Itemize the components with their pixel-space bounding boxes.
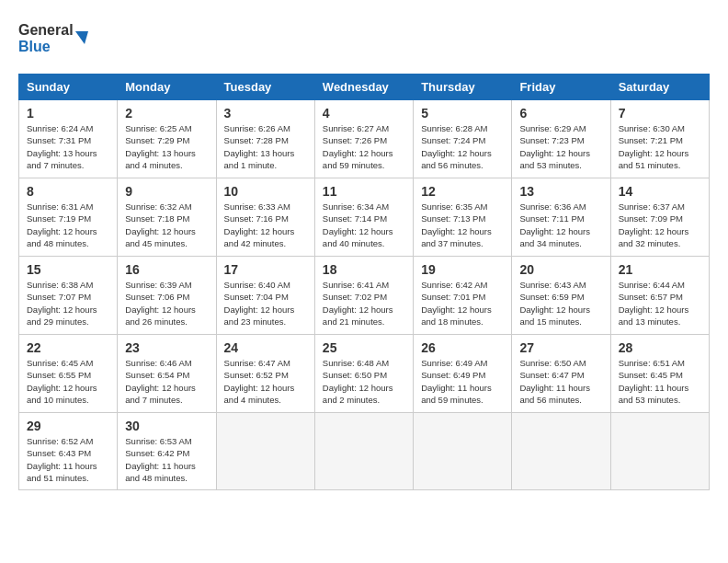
day-number: 20: [519, 262, 602, 277]
header-wednesday: Wednesday: [314, 75, 413, 100]
day-cell: 1Sunrise: 6:24 AM Sunset: 7:31 PM Daylig…: [19, 100, 118, 178]
day-number: 2: [125, 106, 208, 121]
day-cell: 26Sunrise: 6:49 AM Sunset: 6:49 PM Dayli…: [414, 335, 512, 413]
day-cell: 5Sunrise: 6:28 AM Sunset: 7:24 PM Daylig…: [414, 100, 512, 178]
day-detail: Sunrise: 6:24 AM Sunset: 7:31 PM Dayligh…: [27, 122, 109, 171]
svg-text:Blue: Blue: [18, 39, 51, 54]
week-row: 22Sunrise: 6:45 AM Sunset: 6:55 PM Dayli…: [19, 335, 710, 413]
day-cell: 21Sunrise: 6:44 AM Sunset: 6:57 PM Dayli…: [610, 257, 709, 335]
day-detail: Sunrise: 6:26 AM Sunset: 7:28 PM Dayligh…: [224, 122, 307, 171]
day-number: 5: [421, 106, 504, 121]
day-cell: 8Sunrise: 6:31 AM Sunset: 7:19 PM Daylig…: [19, 178, 118, 257]
day-detail: Sunrise: 6:51 AM Sunset: 6:45 PM Dayligh…: [619, 357, 701, 406]
day-detail: Sunrise: 6:37 AM Sunset: 7:09 PM Dayligh…: [619, 201, 701, 249]
day-detail: Sunrise: 6:35 AM Sunset: 7:13 PM Dayligh…: [421, 201, 504, 249]
day-detail: Sunrise: 6:44 AM Sunset: 6:57 PM Dayligh…: [619, 279, 701, 327]
day-detail: Sunrise: 6:36 AM Sunset: 7:11 PM Dayligh…: [519, 201, 602, 249]
header-thursday: Thursday: [414, 75, 512, 100]
day-detail: Sunrise: 6:25 AM Sunset: 7:29 PM Dayligh…: [125, 122, 208, 171]
logo: GeneralBlue: [18, 18, 92, 59]
day-detail: Sunrise: 6:30 AM Sunset: 7:21 PM Dayligh…: [619, 122, 701, 171]
day-number: 19: [421, 262, 504, 277]
day-detail: Sunrise: 6:46 AM Sunset: 6:54 PM Dayligh…: [125, 357, 208, 406]
day-number: 21: [619, 262, 701, 277]
day-detail: Sunrise: 6:34 AM Sunset: 7:14 PM Dayligh…: [323, 201, 405, 249]
day-cell: 28Sunrise: 6:51 AM Sunset: 6:45 PM Dayli…: [610, 335, 709, 413]
day-cell: 14Sunrise: 6:37 AM Sunset: 7:09 PM Dayli…: [610, 178, 709, 257]
day-cell: 10Sunrise: 6:33 AM Sunset: 7:16 PM Dayli…: [216, 178, 314, 257]
day-cell: 12Sunrise: 6:35 AM Sunset: 7:13 PM Dayli…: [414, 178, 512, 257]
day-detail: Sunrise: 6:33 AM Sunset: 7:16 PM Dayligh…: [224, 201, 307, 249]
day-detail: Sunrise: 6:38 AM Sunset: 7:07 PM Dayligh…: [27, 279, 109, 327]
day-number: 1: [27, 106, 109, 121]
header-saturday: Saturday: [610, 75, 709, 100]
header-monday: Monday: [118, 75, 216, 100]
day-number: 14: [619, 184, 701, 199]
day-cell: 13Sunrise: 6:36 AM Sunset: 7:11 PM Dayli…: [512, 178, 610, 257]
day-cell: 22Sunrise: 6:45 AM Sunset: 6:55 PM Dayli…: [19, 335, 118, 413]
header-row: SundayMondayTuesdayWednesdayThursdayFrid…: [19, 75, 710, 100]
day-number: 23: [125, 340, 208, 355]
day-detail: Sunrise: 6:27 AM Sunset: 7:26 PM Dayligh…: [323, 122, 405, 171]
day-number: 26: [421, 340, 504, 355]
empty-cell: [216, 413, 314, 490]
day-detail: Sunrise: 6:47 AM Sunset: 6:52 PM Dayligh…: [224, 357, 307, 406]
day-number: 11: [323, 184, 405, 199]
day-number: 9: [125, 184, 208, 199]
empty-cell: [610, 413, 709, 490]
day-cell: 7Sunrise: 6:30 AM Sunset: 7:21 PM Daylig…: [610, 100, 709, 178]
day-detail: Sunrise: 6:40 AM Sunset: 7:04 PM Dayligh…: [224, 279, 307, 327]
day-detail: Sunrise: 6:39 AM Sunset: 7:06 PM Dayligh…: [125, 279, 208, 327]
day-cell: 11Sunrise: 6:34 AM Sunset: 7:14 PM Dayli…: [314, 178, 413, 257]
day-detail: Sunrise: 6:52 AM Sunset: 6:43 PM Dayligh…: [27, 435, 109, 484]
day-cell: 3Sunrise: 6:26 AM Sunset: 7:28 PM Daylig…: [216, 100, 314, 178]
day-cell: 4Sunrise: 6:27 AM Sunset: 7:26 PM Daylig…: [314, 100, 413, 178]
week-row: 15Sunrise: 6:38 AM Sunset: 7:07 PM Dayli…: [19, 257, 710, 335]
day-number: 8: [27, 184, 109, 199]
day-number: 10: [224, 184, 307, 199]
day-cell: 17Sunrise: 6:40 AM Sunset: 7:04 PM Dayli…: [216, 257, 314, 335]
day-cell: 6Sunrise: 6:29 AM Sunset: 7:23 PM Daylig…: [512, 100, 610, 178]
header-sunday: Sunday: [19, 75, 118, 100]
day-number: 7: [619, 106, 701, 121]
week-row: 8Sunrise: 6:31 AM Sunset: 7:19 PM Daylig…: [19, 178, 710, 257]
day-number: 6: [519, 106, 602, 121]
day-number: 22: [27, 340, 109, 355]
svg-marker-2: [75, 31, 88, 44]
day-number: 12: [421, 184, 504, 199]
day-cell: 27Sunrise: 6:50 AM Sunset: 6:47 PM Dayli…: [512, 335, 610, 413]
week-row: 1Sunrise: 6:24 AM Sunset: 7:31 PM Daylig…: [19, 100, 710, 178]
empty-cell: [512, 413, 610, 490]
day-number: 3: [224, 106, 307, 121]
day-number: 13: [519, 184, 602, 199]
day-detail: Sunrise: 6:49 AM Sunset: 6:49 PM Dayligh…: [421, 357, 504, 406]
day-number: 28: [619, 340, 701, 355]
day-cell: 16Sunrise: 6:39 AM Sunset: 7:06 PM Dayli…: [118, 257, 216, 335]
day-detail: Sunrise: 6:32 AM Sunset: 7:18 PM Dayligh…: [125, 201, 208, 249]
day-detail: Sunrise: 6:31 AM Sunset: 7:19 PM Dayligh…: [27, 201, 109, 249]
day-detail: Sunrise: 6:45 AM Sunset: 6:55 PM Dayligh…: [27, 357, 109, 406]
day-number: 24: [224, 340, 307, 355]
day-detail: Sunrise: 6:42 AM Sunset: 7:01 PM Dayligh…: [421, 279, 504, 327]
day-cell: 19Sunrise: 6:42 AM Sunset: 7:01 PM Dayli…: [414, 257, 512, 335]
day-cell: 24Sunrise: 6:47 AM Sunset: 6:52 PM Dayli…: [216, 335, 314, 413]
header-tuesday: Tuesday: [216, 75, 314, 100]
week-row: 29Sunrise: 6:52 AM Sunset: 6:43 PM Dayli…: [19, 413, 710, 490]
day-number: 16: [125, 262, 208, 277]
header-friday: Friday: [512, 75, 610, 100]
logo-svg: GeneralBlue: [18, 18, 92, 59]
svg-text:General: General: [18, 22, 74, 38]
page-header: GeneralBlue: [18, 18, 710, 59]
day-number: 25: [323, 340, 405, 355]
day-detail: Sunrise: 6:50 AM Sunset: 6:47 PM Dayligh…: [519, 357, 602, 406]
day-detail: Sunrise: 6:48 AM Sunset: 6:50 PM Dayligh…: [323, 357, 405, 406]
day-number: 15: [27, 262, 109, 277]
day-cell: 15Sunrise: 6:38 AM Sunset: 7:07 PM Dayli…: [19, 257, 118, 335]
day-detail: Sunrise: 6:41 AM Sunset: 7:02 PM Dayligh…: [323, 279, 405, 327]
day-detail: Sunrise: 6:29 AM Sunset: 7:23 PM Dayligh…: [519, 122, 602, 171]
day-cell: 18Sunrise: 6:41 AM Sunset: 7:02 PM Dayli…: [314, 257, 413, 335]
day-cell: 29Sunrise: 6:52 AM Sunset: 6:43 PM Dayli…: [19, 413, 118, 490]
day-cell: 30Sunrise: 6:53 AM Sunset: 6:42 PM Dayli…: [118, 413, 216, 490]
day-number: 17: [224, 262, 307, 277]
calendar-table: SundayMondayTuesdayWednesdayThursdayFrid…: [18, 74, 710, 490]
